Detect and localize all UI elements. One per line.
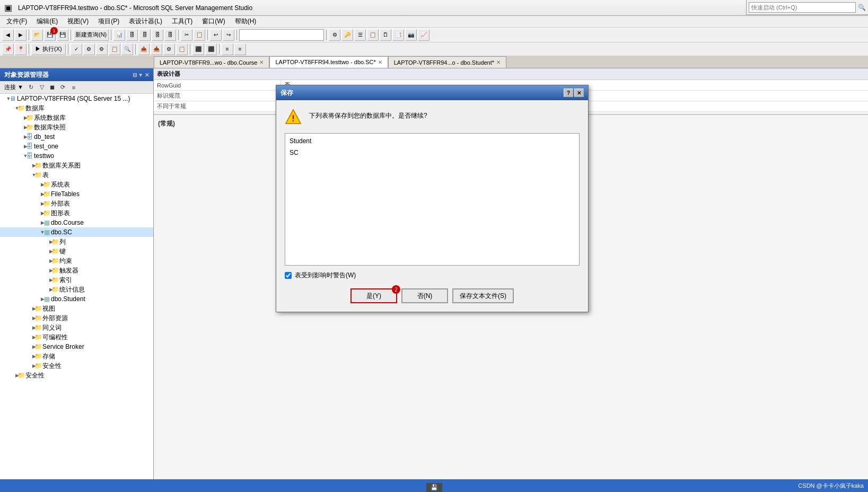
- warning-icon: !: [285, 109, 302, 126]
- dialog-no-btn[interactable]: 否(N): [401, 288, 448, 303]
- dialog-message-text: 下列表将保存到您的数据库中。是否继续?: [309, 109, 427, 120]
- dialog-list-item-student: Student: [287, 136, 577, 147]
- save-dialog: 保存 ? ✕ ! 下列表将保存到您的数据库中。是否继续? Student SC …: [276, 85, 589, 312]
- dialog-list-item-sc: SC: [287, 147, 577, 159]
- dialog-checkbox[interactable]: [285, 272, 292, 279]
- dialog-yes-label: 是(Y): [366, 292, 381, 301]
- dialog-title-bar: 保存 ? ✕: [276, 85, 588, 100]
- svg-text:!: !: [292, 114, 294, 123]
- dialog-yes-badge: 2: [392, 285, 400, 294]
- dialog-close-btn[interactable]: ✕: [574, 89, 584, 97]
- dialog-yes-btn[interactable]: 是(Y) 2: [350, 288, 397, 303]
- dialog-tables-list: Student SC: [285, 133, 580, 266]
- dialog-help-btn[interactable]: ?: [564, 89, 573, 97]
- modal-overlay: 保存 ? ✕ ! 下列表将保存到您的数据库中。是否继续? Student SC …: [0, 0, 868, 492]
- dialog-checkbox-row: 表受到影响时警告(W): [285, 271, 580, 280]
- dialog-body: ! 下列表将保存到您的数据库中。是否继续? Student SC 表受到影响时警…: [276, 100, 588, 312]
- dialog-checkbox-label: 表受到影响时警告(W): [295, 271, 356, 280]
- dialog-message-row: ! 下列表将保存到您的数据库中。是否继续?: [285, 109, 580, 126]
- dialog-buttons: 是(Y) 2 否(N) 保存文本文件(S): [285, 288, 580, 303]
- dialog-title: 保存: [280, 89, 563, 98]
- dialog-savefile-btn[interactable]: 保存文本文件(S): [452, 288, 514, 303]
